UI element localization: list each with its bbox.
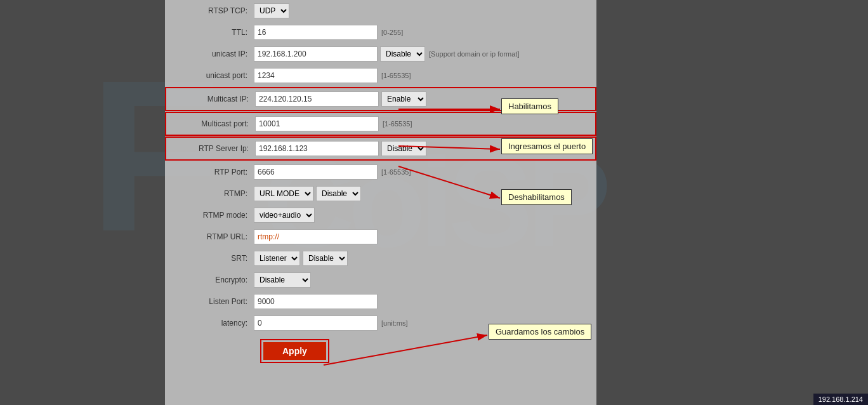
latency-label: latency: bbox=[171, 319, 254, 328]
latency-input[interactable] bbox=[254, 315, 378, 331]
ttl-row: TTL: [0-255] bbox=[165, 22, 596, 43]
rtp-server-ip-input[interactable] bbox=[255, 141, 379, 156]
unicast-port-row: unicast port: [1-65535] bbox=[165, 65, 596, 86]
multicast-port-label: Multicast port: bbox=[173, 119, 255, 128]
rtp-port-input[interactable] bbox=[254, 164, 378, 180]
latency-hint: [unit:ms] bbox=[381, 319, 408, 327]
multicast-port-row: Multicast port: [1-65535] bbox=[165, 112, 596, 136]
annotation-deshabilitamos: Deshabilitamos bbox=[501, 189, 572, 205]
apply-button[interactable]: Apply bbox=[263, 342, 326, 360]
encrypto-row: Encrypto: Disable Enable AES-128 AES-256 bbox=[165, 269, 596, 291]
rtp-server-ip-select[interactable]: Disable Enable bbox=[381, 141, 426, 156]
main-content: RTSP TCP: UDP TCP TTL: [0-255] unicast I… bbox=[0, 0, 868, 405]
unicast-port-input[interactable] bbox=[254, 68, 378, 83]
rtmp-status-select[interactable]: Disable Enable bbox=[316, 186, 361, 201]
rtp-port-label: RTP Port: bbox=[171, 168, 254, 176]
rtmp-label: RTMP: bbox=[171, 189, 254, 198]
multicast-port-hint: [1-65535] bbox=[383, 120, 412, 128]
rtmp-mode-label: RTMP mode: bbox=[171, 211, 254, 220]
unicast-port-label: unicast port: bbox=[171, 71, 254, 80]
multicast-ip-input[interactable] bbox=[255, 91, 379, 107]
rtp-server-ip-label: RTP Server Ip: bbox=[173, 144, 255, 153]
rtp-port-hint: [1-65535] bbox=[381, 168, 411, 176]
rtp-port-row: RTP Port: [1-65535] bbox=[165, 161, 596, 183]
unicast-ip-label: unicast IP: bbox=[171, 50, 254, 58]
multicast-ip-select[interactable]: Enable Disable bbox=[381, 91, 426, 107]
listen-port-row: Listen Port: bbox=[165, 291, 596, 312]
rtmp-mode-video-select[interactable]: video+audio video audio bbox=[254, 208, 315, 223]
ip-badge: 192.168.1.214 bbox=[813, 394, 868, 405]
encrypto-select[interactable]: Disable Enable AES-128 AES-256 bbox=[254, 272, 311, 288]
rtmp-url-input[interactable] bbox=[254, 229, 378, 244]
rtsp-tcp-select[interactable]: UDP TCP bbox=[254, 3, 289, 18]
ttl-label: TTL: bbox=[171, 28, 254, 37]
listen-port-input[interactable] bbox=[254, 294, 378, 309]
ttl-hint: [0-255] bbox=[381, 29, 403, 36]
unicast-ip-hint: [Support domain or ip format] bbox=[429, 50, 519, 58]
annotation-ingresamos-puerto: Ingresamos el puerto bbox=[501, 138, 593, 154]
srt-status-select[interactable]: Disable Enable bbox=[303, 251, 348, 266]
unicast-ip-input[interactable] bbox=[254, 46, 378, 62]
srt-row: SRT: Listener Caller Disable Enable bbox=[165, 248, 596, 269]
rtmp-mode-select[interactable]: URL MODE Stream bbox=[254, 186, 313, 201]
listen-port-label: Listen Port: bbox=[171, 297, 254, 306]
srt-label: SRT: bbox=[171, 254, 254, 263]
unicast-ip-row: unicast IP: Disable Enable [Support doma… bbox=[165, 43, 596, 65]
annotation-guardamos: Guardamos los cambios bbox=[489, 324, 591, 340]
rtmp-url-row: RTMP URL: bbox=[165, 226, 596, 248]
multicast-port-input[interactable] bbox=[255, 116, 379, 131]
srt-mode-select[interactable]: Listener Caller bbox=[254, 251, 300, 266]
rtmp-url-label: RTMP URL: bbox=[171, 232, 254, 241]
annotation-habilitamos: Habilitamos bbox=[501, 98, 558, 114]
encrypto-label: Encrypto: bbox=[171, 276, 254, 284]
apply-btn-wrapper: Apply bbox=[260, 339, 329, 363]
unicast-ip-select[interactable]: Disable Enable bbox=[380, 46, 425, 62]
rtsp-tcp-row: RTSP TCP: UDP TCP bbox=[165, 0, 596, 22]
rtmp-mode-row: RTMP mode: video+audio video audio bbox=[165, 204, 596, 226]
multicast-ip-label: Multicast IP: bbox=[173, 95, 255, 103]
rtsp-tcp-label: RTSP TCP: bbox=[171, 6, 254, 15]
unicast-port-hint: [1-65535] bbox=[381, 72, 411, 79]
ttl-input[interactable] bbox=[254, 25, 378, 40]
